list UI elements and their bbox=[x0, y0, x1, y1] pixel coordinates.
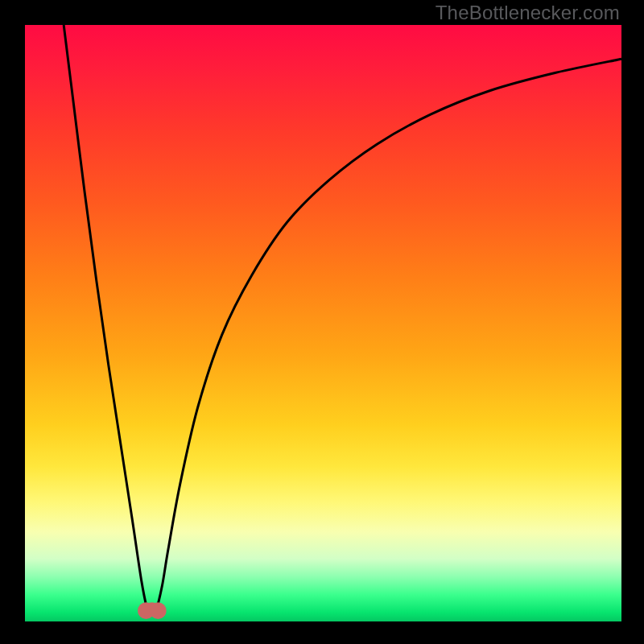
chart-frame: TheBottlenecker.com bbox=[0, 0, 644, 644]
bottleneck-curve bbox=[25, 25, 621, 621]
plot-area bbox=[25, 25, 621, 621]
svg-point-2 bbox=[150, 602, 167, 619]
watermark-text: TheBottlenecker.com bbox=[436, 2, 620, 24]
